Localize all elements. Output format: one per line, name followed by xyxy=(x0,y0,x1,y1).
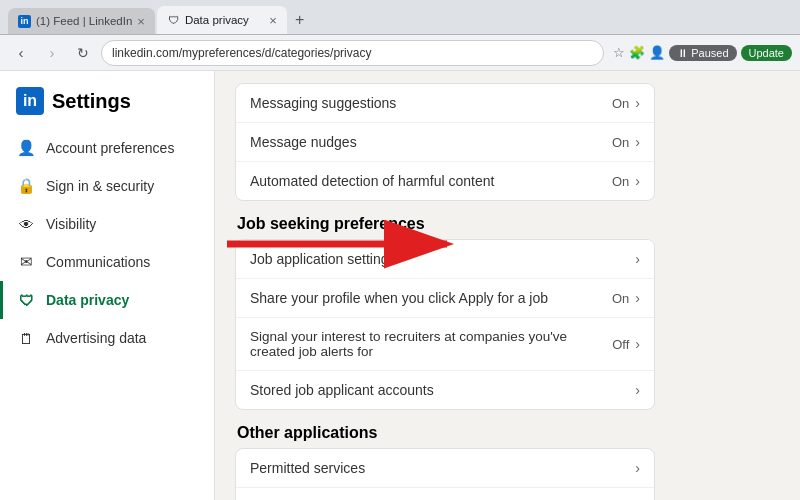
paused-label: Paused xyxy=(691,47,728,59)
share-profile-arrow: › xyxy=(635,290,640,306)
job-app-settings-row[interactable]: Job application settings › xyxy=(236,240,654,279)
job-seeking-title: Job seeking preferences xyxy=(235,215,655,233)
profile-icon[interactable]: 👤 xyxy=(649,45,665,60)
dataprivacy-label: Data privacy xyxy=(46,292,129,308)
content-scroll[interactable]: Messaging suggestions On › Message nudge… xyxy=(215,71,800,500)
visibility-label: Visibility xyxy=(46,216,96,232)
new-tab-button[interactable]: + xyxy=(289,6,310,34)
sidebar-nav: 👤 Account preferences 🔒 Sign in & securi… xyxy=(0,129,214,357)
stored-accounts-row[interactable]: Stored job applicant accounts › xyxy=(236,371,654,409)
visibility-icon: 👁 xyxy=(16,214,36,234)
other-apps-card: Permitted services › Microsoft Word On › xyxy=(235,448,655,500)
sidebar-item-dataprivacy[interactable]: 🛡 Data privacy xyxy=(0,281,214,319)
signin-label: Sign in & security xyxy=(46,178,154,194)
address-bar-row: ‹ › ↻ linkedin.com/mypreferences/d/categ… xyxy=(0,35,800,71)
content-inner: Messaging suggestions On › Message nudge… xyxy=(235,83,655,500)
harmful-content-row[interactable]: Automated detection of harmful content O… xyxy=(236,162,654,200)
sidebar-item-communications[interactable]: ✉ Communications xyxy=(0,243,214,281)
msg-nudges-label: Message nudges xyxy=(250,134,612,150)
signin-icon: 🔒 xyxy=(16,176,36,196)
stored-accounts-label: Stored job applicant accounts xyxy=(250,382,635,398)
app-container: in Settings 👤 Account preferences 🔒 Sign… xyxy=(0,71,800,500)
address-bar[interactable]: linkedin.com/mypreferences/d/categories/… xyxy=(101,40,604,66)
tab-privacy-close[interactable]: × xyxy=(269,13,277,28)
advertising-label: Advertising data xyxy=(46,330,146,346)
job-seeking-card: Job application settings › Share your pr… xyxy=(235,239,655,410)
stored-accounts-arrow: › xyxy=(635,382,640,398)
sidebar: in Settings 👤 Account preferences 🔒 Sign… xyxy=(0,71,215,500)
permitted-services-label: Permitted services xyxy=(250,460,635,476)
permitted-services-arrow: › xyxy=(635,460,640,476)
msg-nudges-row[interactable]: Message nudges On › xyxy=(236,123,654,162)
msg-nudges-status: On xyxy=(612,135,629,150)
communications-label: Communications xyxy=(46,254,150,270)
paused-icon: ⏸ xyxy=(677,47,688,59)
dataprivacy-icon: 🛡 xyxy=(16,290,36,310)
job-app-settings-arrow: › xyxy=(635,251,640,267)
share-profile-label: Share your profile when you click Apply … xyxy=(250,290,612,306)
browser-chrome: in (1) Feed | LinkedIn × 🛡 Data privacy … xyxy=(0,0,800,35)
tab-privacy-favicon: 🛡 xyxy=(167,14,180,27)
content-wrapper: Messaging suggestions On › Message nudge… xyxy=(215,71,800,500)
sidebar-header: in Settings xyxy=(0,83,214,129)
share-profile-status: On xyxy=(612,291,629,306)
update-button[interactable]: Update xyxy=(741,45,792,61)
msg-suggestions-arrow: › xyxy=(635,95,640,111)
harmful-content-arrow: › xyxy=(635,173,640,189)
other-apps-title: Other applications xyxy=(235,424,655,442)
signal-interest-label: Signal your interest to recruiters at co… xyxy=(250,329,612,359)
messaging-card: Messaging suggestions On › Message nudge… xyxy=(235,83,655,201)
harmful-content-status: On xyxy=(612,174,629,189)
reload-button[interactable]: ↻ xyxy=(70,40,96,66)
tab-privacy-label: Data privacy xyxy=(185,14,264,26)
msg-suggestions-status: On xyxy=(612,96,629,111)
account-label: Account preferences xyxy=(46,140,174,156)
advertising-icon: 🗒 xyxy=(16,328,36,348)
msg-nudges-arrow: › xyxy=(635,134,640,150)
signal-interest-arrow: › xyxy=(635,336,640,352)
sidebar-item-visibility[interactable]: 👁 Visibility xyxy=(0,205,214,243)
permitted-services-row[interactable]: Permitted services › xyxy=(236,449,654,488)
job-seeking-section: Job seeking preferences Job application … xyxy=(235,215,655,410)
msg-suggestions-row[interactable]: Messaging suggestions On › xyxy=(236,84,654,123)
update-label: Update xyxy=(749,47,784,59)
job-app-settings-label: Job application settings xyxy=(250,251,635,267)
ms-word-row[interactable]: Microsoft Word On › xyxy=(236,488,654,500)
share-profile-row[interactable]: Share your profile when you click Apply … xyxy=(236,279,654,318)
msg-suggestions-label: Messaging suggestions xyxy=(250,95,612,111)
signal-interest-status: Off xyxy=(612,337,629,352)
other-apps-section: Other applications Permitted services › … xyxy=(235,424,655,500)
sidebar-item-advertising[interactable]: 🗒 Advertising data xyxy=(0,319,214,357)
sidebar-item-account[interactable]: 👤 Account preferences xyxy=(0,129,214,167)
communications-icon: ✉ xyxy=(16,252,36,272)
tab-feed-close[interactable]: × xyxy=(137,14,145,29)
tab-feed-favicon: in xyxy=(18,15,31,28)
signal-interest-row[interactable]: Signal your interest to recruiters at co… xyxy=(236,318,654,371)
extension-icon[interactable]: 🧩 xyxy=(629,45,645,60)
browser-icons: ☆ 🧩 👤 ⏸ Paused Update xyxy=(613,45,792,61)
forward-button[interactable]: › xyxy=(39,40,65,66)
sidebar-item-signin[interactable]: 🔒 Sign in & security xyxy=(0,167,214,205)
bookmark-icon[interactable]: ☆ xyxy=(613,45,625,60)
tab-privacy[interactable]: 🛡 Data privacy × xyxy=(157,6,287,34)
account-icon: 👤 xyxy=(16,138,36,158)
paused-button[interactable]: ⏸ Paused xyxy=(669,45,736,61)
tab-feed[interactable]: in (1) Feed | LinkedIn × xyxy=(8,8,155,34)
tab-feed-label: (1) Feed | LinkedIn xyxy=(36,15,132,27)
harmful-content-label: Automated detection of harmful content xyxy=(250,173,612,189)
back-button[interactable]: ‹ xyxy=(8,40,34,66)
linkedin-logo: in xyxy=(16,87,44,115)
settings-title: Settings xyxy=(52,90,131,113)
address-text: linkedin.com/mypreferences/d/categories/… xyxy=(112,46,371,60)
